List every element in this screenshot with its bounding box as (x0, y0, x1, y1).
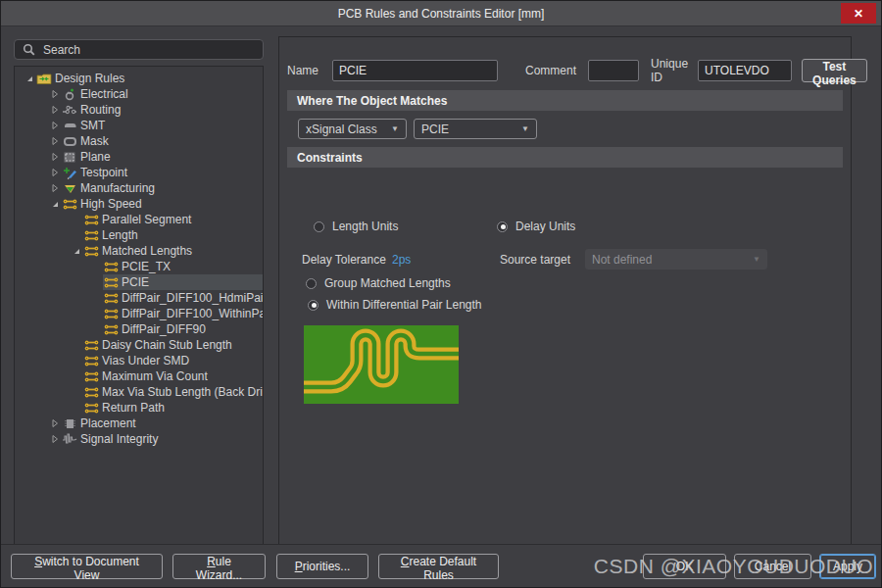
tree-item-design-rules[interactable]: Design Rules (15, 71, 263, 86)
comment-field[interactable] (588, 60, 639, 81)
tree-item-diffpair-hdmipairs[interactable]: DiffPair_DIFF100_HdmiPairs (15, 290, 263, 306)
radio-icon[interactable] (306, 278, 317, 289)
within-diff-pair-radio[interactable]: Within Differential Pair Length (308, 298, 482, 312)
rule-icon (83, 338, 99, 352)
tree-item-vias-under-smd[interactable]: Vias Under SMD (15, 353, 263, 368)
expand-arrow-icon[interactable] (23, 74, 36, 83)
rule-wizard-button[interactable]: Rule Wizard... (172, 554, 266, 579)
tree-item-label: Maximum Via Count (102, 369, 208, 383)
expand-arrow-icon[interactable] (48, 199, 62, 209)
testpoint-icon (62, 166, 77, 179)
tree-item-placement[interactable]: Placement (15, 416, 263, 431)
tree-item-diffpair-withinpairs[interactable]: DiffPair_DIFF100_WithinPairs (15, 306, 263, 321)
comment-label: Comment (525, 64, 576, 77)
length-units-radio[interactable]: Length Units (314, 220, 398, 233)
tree-item-length[interactable]: Length (15, 227, 263, 243)
plane-icon (62, 150, 77, 164)
expand-arrow-icon[interactable] (48, 89, 62, 99)
tree-item-label: Placement (80, 416, 136, 430)
unique-id-field[interactable] (698, 60, 792, 81)
tree-item-diffpair-diff90[interactable]: DiffPair_DIFF90 (15, 321, 263, 337)
expand-arrow-icon[interactable] (48, 152, 62, 162)
smt-icon (62, 119, 77, 132)
rule-icon (103, 275, 119, 289)
delay-units-radio[interactable]: Delay Units (497, 220, 575, 233)
expand-arrow-icon[interactable] (48, 136, 62, 146)
titlebar[interactable]: PCB Rules and Constraints Editor [mm] ✕ (1, 1, 881, 26)
expand-arrow-icon[interactable] (48, 418, 62, 428)
tree-item-label: Max Via Stub Length (Back Drilling (102, 385, 263, 399)
tree-item-parallel-segment[interactable]: Parallel Segment (15, 212, 263, 227)
ok-button[interactable]: OK (643, 554, 726, 579)
tree-item-label: Signal Integrity (80, 432, 158, 446)
tree-item-smt[interactable]: SMT (15, 118, 263, 133)
chevron-down-icon: ▼ (521, 124, 529, 133)
tree-item-label: PCIE_TX (122, 260, 171, 273)
tree-item-label: Vias Under SMD (102, 354, 189, 368)
radio-icon[interactable] (497, 221, 508, 232)
source-target-dropdown: Not defined▼ (585, 249, 767, 270)
apply-button[interactable]: Apply (819, 554, 876, 579)
delay-tolerance-label: Delay Tolerance (302, 253, 386, 267)
where-section-header: Where The Object Matches (287, 90, 843, 111)
expand-arrow-icon[interactable] (48, 121, 62, 130)
constraints-area: Length Units Delay Units Delay Tolerance… (279, 168, 851, 545)
pcb-rules-dialog: PCB Rules and Constraints Editor [mm] ✕ … (0, 0, 882, 588)
tree-item-signal-integrity[interactable]: Signal Integrity (15, 431, 263, 447)
rules-tree[interactable]: Design Rules Electrical Routing SMT Mask… (14, 66, 264, 546)
tree-item-daisy-chain[interactable]: Daisy Chain Stub Length (15, 337, 263, 353)
tree-item-label: DiffPair_DIFF100_HdmiPairs (122, 291, 263, 305)
chevron-down-icon: ▼ (753, 255, 760, 264)
delay-tolerance-value[interactable]: 2ps (392, 253, 411, 267)
search-icon (21, 43, 36, 57)
close-icon[interactable]: ✕ (841, 3, 876, 24)
constraints-section-header: Constraints (287, 147, 843, 168)
create-default-rules-button[interactable]: Create Default Rules (378, 554, 499, 579)
priorities-button[interactable]: Priorities... (276, 554, 368, 579)
cancel-button[interactable]: Cancel (734, 554, 811, 579)
scope-dropdown[interactable]: xSignal Class▼ (298, 119, 407, 139)
rule-icon (83, 244, 99, 258)
radio-icon[interactable] (314, 221, 324, 232)
tree-item-pcie-tx[interactable]: PCIE_TX (15, 259, 263, 274)
electrical-icon (62, 87, 77, 101)
tree-item-label: Electrical (80, 87, 128, 101)
rule-icon (103, 291, 119, 305)
expand-arrow-icon[interactable] (70, 246, 83, 256)
tree-item-label: High Speed (80, 197, 142, 211)
routing-icon (62, 103, 77, 117)
tree-item-max-via-stub[interactable]: Max Via Stub Length (Back Drilling (15, 384, 263, 400)
rule-icon (83, 354, 99, 368)
switch-document-view-button[interactable]: Switch to Document View (11, 554, 163, 579)
expand-arrow-icon[interactable] (48, 434, 62, 444)
tree-item-label: SMT (80, 119, 105, 132)
tree-item-routing[interactable]: Routing (15, 102, 263, 118)
tree-item-testpoint[interactable]: Testpoint (15, 165, 263, 180)
tree-item-manufacturing[interactable]: Manufacturing (15, 180, 263, 196)
rule-icon (83, 385, 99, 399)
tree-item-maximum-via-count[interactable]: Maximum Via Count (15, 368, 263, 384)
expand-arrow-icon[interactable] (48, 105, 62, 115)
placement-icon (62, 416, 77, 430)
search-input[interactable]: Search (14, 39, 264, 60)
tree-item-mask[interactable]: Mask (15, 133, 263, 149)
tree-item-plane[interactable]: Plane (15, 149, 263, 165)
tree-item-label: PCIE (122, 275, 149, 289)
tree-item-matched-lengths[interactable]: Matched Lengths (15, 243, 263, 259)
test-queries-button[interactable]: Test Queries (802, 59, 867, 82)
tree-item-high-speed[interactable]: High Speed (15, 196, 263, 212)
tree-item-pcie[interactable]: PCIE (15, 274, 263, 290)
match-value-dropdown[interactable]: PCIE▼ (414, 119, 537, 139)
mask-icon (62, 134, 77, 148)
name-field[interactable] (332, 60, 498, 81)
expand-arrow-icon[interactable] (48, 183, 62, 193)
radio-icon[interactable] (308, 300, 318, 311)
tree-item-label: Plane (80, 150, 111, 164)
group-matched-radio[interactable]: Group Matched Lengths (306, 276, 451, 290)
tree-item-electrical[interactable]: Electrical (15, 86, 263, 102)
tree-item-label: Design Rules (55, 72, 124, 85)
tree-item-label: Mask (80, 134, 109, 148)
tree-item-return-path[interactable]: Return Path (15, 400, 263, 416)
serpentine-trace-image (304, 325, 459, 404)
expand-arrow-icon[interactable] (48, 168, 62, 177)
